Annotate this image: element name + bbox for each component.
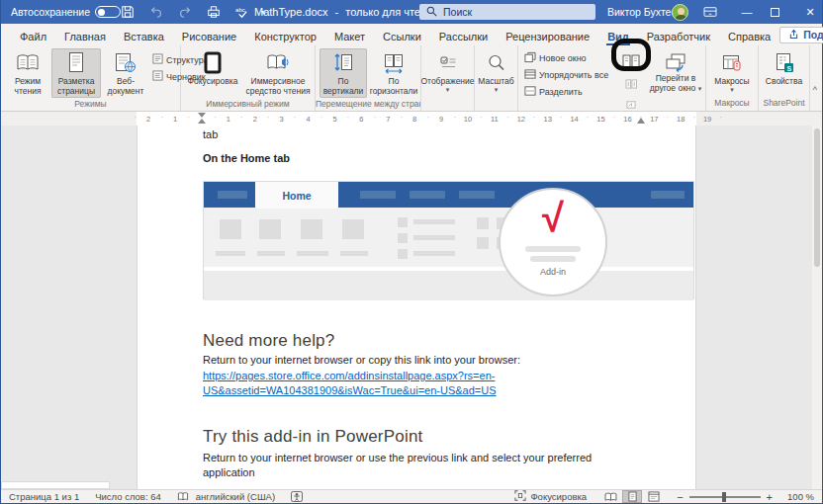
tab-mailings[interactable]: Рассылки [430, 24, 497, 45]
tab-layout[interactable]: Макет [325, 24, 374, 45]
ruler-tick: 2 [143, 115, 153, 124]
collapse-ribbon-icon[interactable]: ^ [813, 85, 817, 95]
focus-mode-button[interactable]: Фокусировка [514, 490, 587, 503]
zoom-in-button[interactable]: + [767, 491, 773, 503]
spellcheck-icon[interactable]: abc [232, 2, 252, 22]
autosave-control[interactable]: Автосохранение [11, 0, 121, 24]
arrange-all-button[interactable]: Упорядочить все [522, 67, 615, 83]
ruler-dot: · [266, 114, 270, 121]
macros-button[interactable]: Макросы ▾ [708, 48, 756, 94]
close-button[interactable]: ✕ [798, 0, 822, 24]
doc-link[interactable]: https://pages.store.office.com/addinsins… [203, 369, 694, 398]
save-icon[interactable] [118, 2, 137, 22]
share-button[interactable]: Поделиться [779, 27, 823, 43]
immersive-reader-button[interactable]: Иммерсивное средство чтения [242, 48, 314, 98]
read-mode-icon [15, 49, 41, 77]
svg-text:S: S [786, 65, 791, 72]
indent-marker-icon[interactable] [198, 113, 206, 118]
tab-home[interactable]: Главная [55, 24, 115, 45]
proofing-book-icon[interactable] [177, 491, 189, 502]
focus-mode-icon [514, 490, 526, 503]
undo-icon[interactable] [146, 2, 166, 22]
horizontal-scrollbar[interactable] [1, 481, 110, 489]
display-dropdown-button[interactable]: Отображение ▾ [422, 48, 474, 94]
properties-button[interactable]: S Свойства [761, 48, 808, 88]
maximize-button[interactable] [771, 0, 779, 24]
macros-icon [720, 49, 744, 77]
minimize-button[interactable]: — [735, 0, 759, 24]
ruler-dot: · [612, 114, 616, 121]
new-window-icon [524, 51, 536, 65]
print-layout-button[interactable]: Разметка страницы [51, 48, 101, 98]
display-settings-icon [438, 49, 458, 77]
group-macros: Макросы ▾ Макросы [706, 45, 759, 111]
focus-button[interactable]: Фокусировка [185, 48, 240, 88]
search-box[interactable] [419, 4, 595, 20]
tab-review[interactable]: Рецензирование [497, 24, 598, 45]
read-mode-view-button[interactable] [600, 490, 620, 503]
new-window-button[interactable]: Новое окно [522, 50, 615, 66]
ruler-tick: 15 [596, 115, 606, 124]
autosave-label: Автосохранение [11, 6, 90, 18]
print-icon[interactable] [204, 2, 224, 22]
ruler-tick: 3 [277, 115, 287, 124]
ruler-tick: 5 [330, 115, 340, 124]
redo-icon[interactable] [175, 2, 195, 22]
zoom-dropdown-button[interactable]: Масштаб ▾ [476, 48, 517, 94]
doc-text-tab: tab [203, 128, 694, 140]
split-button[interactable]: Разделить [522, 84, 615, 100]
switch-window-button[interactable]: Перейти в другое окно ▾ [648, 49, 703, 95]
mock-home-tab: Home [255, 182, 338, 209]
zoom-out-button[interactable]: − [677, 491, 683, 503]
group-label-modes: Режимы [1, 98, 180, 111]
annotation-circle [611, 39, 651, 71]
document-page[interactable]: tab On the Home tab Home [137, 126, 696, 490]
tab-help[interactable]: Справка [719, 24, 779, 45]
vertical-scroll-icon [332, 49, 354, 77]
indent-marker-icon[interactable] [198, 119, 206, 124]
ruler-dot: · [160, 114, 164, 121]
ruler-dot: · [373, 114, 377, 121]
tab-draw[interactable]: Рисование [173, 24, 245, 45]
web-layout-view-button[interactable] [644, 490, 664, 503]
web-layout-button[interactable]: Веб-документ [103, 48, 148, 98]
ruler[interactable]: 2112345678910111213141516171819·········… [120, 112, 715, 126]
tab-developer[interactable]: Разработчик [638, 24, 719, 45]
ruler-tick: 16 [622, 115, 632, 124]
zoom-slider[interactable] [689, 496, 761, 498]
zoom-level[interactable]: 100 % [780, 491, 814, 502]
group-label-macros: Макросы [706, 97, 758, 111]
ruler-tick: 9 [436, 115, 446, 124]
svg-text:abc: abc [235, 5, 245, 12]
arrange-all-icon [524, 68, 536, 82]
accessibility-icon[interactable] [291, 491, 303, 502]
tab-design[interactable]: Конструктор [245, 24, 325, 45]
avatar[interactable] [672, 0, 688, 24]
doc-heading-try: Try this add-in in PowerPoint [203, 427, 694, 447]
read-mode-button[interactable]: Режим чтения [6, 48, 49, 98]
ruler-dot: · [692, 114, 696, 121]
tab-references[interactable]: Ссылки [374, 24, 430, 45]
word-count[interactable]: Число слов: 64 [95, 491, 161, 502]
doc-try-body-1: Return to your internet browser or use t… [203, 452, 694, 463]
horizontal-button[interactable]: По горизонтали [369, 48, 418, 98]
ruler-row: 2112345678910111213141516171819·········… [1, 112, 822, 126]
ruler-tick: 7 [383, 115, 393, 124]
vertical-scrollbar[interactable] [812, 126, 822, 490]
ruler-tick: 1 [224, 115, 233, 124]
vertical-scrollbar-thumb[interactable] [814, 128, 820, 267]
zoom-slider-thumb[interactable] [722, 492, 726, 502]
language-indicator[interactable]: английский (США) [196, 491, 275, 502]
tab-insert[interactable]: Вставка [115, 24, 173, 45]
ruler-dot: · [134, 114, 137, 121]
vertical-button[interactable]: По вертикали [320, 48, 367, 98]
print-layout-view-button[interactable] [622, 490, 642, 503]
ruler-tick: 17 [649, 115, 659, 124]
sync-scroll-icon[interactable] [625, 75, 637, 93]
web-layout-icon [114, 49, 137, 77]
search-input[interactable] [443, 6, 572, 18]
group-display: Отображение ▾ [421, 45, 475, 111]
tab-file[interactable]: Файл [11, 24, 55, 45]
ribbon-display-options-icon[interactable] [703, 0, 717, 24]
page-indicator[interactable]: Страница 1 из 1 [9, 491, 79, 502]
